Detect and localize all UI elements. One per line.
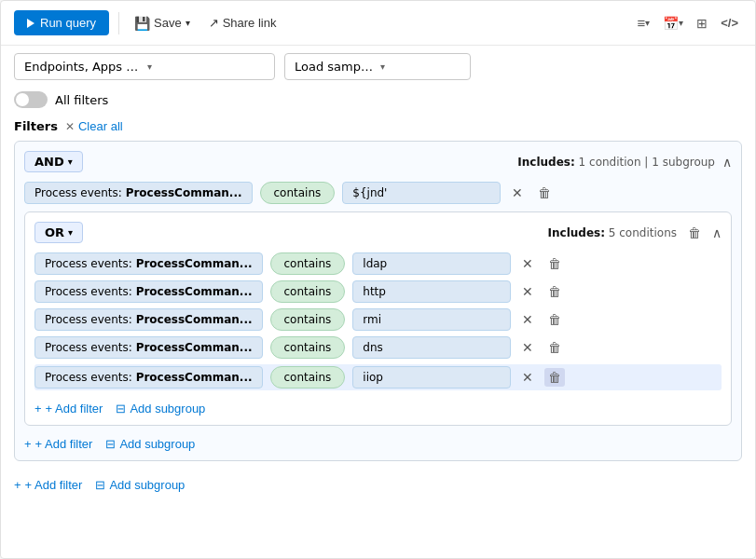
sample-dropdown[interactable]: Load sample queries ▾ <box>284 53 471 80</box>
or-condition-row-2: Process events: ProcessComman... contain… <box>34 308 722 331</box>
and-group-collapse-button[interactable]: ∧ <box>722 155 732 170</box>
calendar-icon: 📅 <box>663 16 679 31</box>
and-badge[interactable]: AND ▾ <box>24 151 83 172</box>
trash-icon-1: 🗑 <box>548 284 561 299</box>
or-condition-delete-1[interactable]: 🗑 <box>544 282 565 301</box>
clear-all-button[interactable]: ✕ Clear all <box>65 119 123 133</box>
or-badge[interactable]: OR ▾ <box>34 222 83 243</box>
or-condition-clear-0[interactable]: ✕ <box>518 254 537 273</box>
filters-body: AND ▾ Includes: 1 condition | 1 subgroup… <box>1 141 755 470</box>
and-label: AND <box>34 155 64 169</box>
or-add-subgroup-label: Add subgroup <box>130 402 205 416</box>
outer-add-subgroup-label: Add subgroup <box>109 478 185 492</box>
and-group-info: Includes: 1 condition | 1 subgroup <box>517 156 715 169</box>
or-condition-clear-2[interactable]: ✕ <box>518 310 537 329</box>
outer-add-filter-label: + Add filter <box>25 478 83 492</box>
and-add-subgroup-button[interactable]: ⊟ Add subgroup <box>105 437 195 451</box>
and-add-subgroup-label: Add subgroup <box>119 437 195 451</box>
or-value-pill-1[interactable]: http <box>352 280 511 303</box>
save-label: Save <box>154 16 182 30</box>
or-add-subgroup-button[interactable]: ⊟ Add subgroup <box>116 402 205 416</box>
or-add-filter-button[interactable]: + + Add filter <box>34 402 103 416</box>
share-icon: ↗ <box>209 16 219 30</box>
toolbar: Run query 💾 Save ▾ ↗ Share link ≡ ▾ 📅 ▾ … <box>1 1 755 46</box>
or-value-pill-2[interactable]: rmi <box>352 308 511 331</box>
share-label: Share link <box>223 16 277 30</box>
or-field-pill-1: Process events: ProcessComman... <box>34 280 263 303</box>
save-button[interactable]: 💾 Save ▾ <box>129 12 196 34</box>
trash-icon-2: 🗑 <box>548 312 561 327</box>
source-chevron-icon: ▾ <box>147 61 265 72</box>
toolbar-divider-1 <box>118 12 119 34</box>
toggle-row: All filters <box>1 88 755 114</box>
code-icon: </> <box>721 16 738 30</box>
or-group-label-row: OR ▾ <box>34 222 83 243</box>
and-condition-clear-button[interactable]: ✕ <box>508 184 527 202</box>
outer-add-subgroup-icon: ⊟ <box>95 478 105 492</box>
and-condition-delete-button[interactable]: 🗑 <box>534 184 555 202</box>
main-container: Run query 💾 Save ▾ ↗ Share link ≡ ▾ 📅 ▾ … <box>0 0 756 559</box>
outer-add-row: + + Add filter ⊟ Add subgroup <box>1 470 755 501</box>
and-chevron-icon: ▾ <box>68 157 73 167</box>
or-condition-clear-1[interactable]: ✕ <box>518 282 537 301</box>
or-add-row: + + Add filter ⊟ Add subgroup <box>34 398 722 416</box>
or-group: OR ▾ Includes: 5 conditions 🗑 <box>24 211 732 426</box>
or-condition-clear-4[interactable]: ✕ <box>518 368 537 387</box>
or-chevron-icon: ▾ <box>68 227 73 238</box>
and-value-pill[interactable]: ${jnd' <box>342 182 501 204</box>
dropdown-row: Endpoints, Apps and identities - Activit… <box>1 46 755 88</box>
or-group-collapse-button[interactable]: ∧ <box>712 225 722 240</box>
or-condition-delete-0[interactable]: 🗑 <box>544 254 565 273</box>
source-dropdown[interactable]: Endpoints, Apps and identities - Activit… <box>14 53 275 80</box>
toggle-thumb <box>16 93 29 106</box>
and-field-pill: Process events: ProcessComman... <box>24 182 253 204</box>
cal-chevron-icon: ▾ <box>679 18 683 28</box>
calendar-button[interactable]: 📅 ▾ <box>659 12 687 34</box>
or-field-pill-3: Process events: ProcessComman... <box>34 336 263 359</box>
or-condition-row-4: Process events: ProcessComman... contain… <box>34 364 722 390</box>
or-op-pill-0: contains <box>270 252 346 275</box>
or-group-delete-button[interactable]: 🗑 <box>684 224 705 242</box>
or-field-pill-2: Process events: ProcessComman... <box>34 308 263 331</box>
and-collapse-icon: ∧ <box>722 155 732 170</box>
or-condition-row-3: Process events: ProcessComman... contain… <box>34 336 722 359</box>
share-button[interactable]: ↗ Share link <box>203 12 282 34</box>
or-field-pill-0: Process events: ProcessComman... <box>34 252 263 275</box>
and-group-label-row: AND ▾ <box>24 151 83 172</box>
or-trash-icon: 🗑 <box>688 225 701 240</box>
or-op-pill-2: contains <box>270 308 346 331</box>
and-add-filter-button[interactable]: + + Add filter <box>24 437 92 451</box>
and-op-text: contains <box>274 186 322 199</box>
or-conditions-list: Process events: ProcessComman... contain… <box>34 252 722 390</box>
all-filters-label: All filters <box>55 93 108 107</box>
list-icon: ≡ <box>637 15 645 31</box>
or-op-pill-1: contains <box>270 280 346 303</box>
list-view-button[interactable]: ≡ ▾ <box>633 11 653 34</box>
or-value-pill-4[interactable]: iiop <box>352 366 511 389</box>
outer-add-filter-button[interactable]: + + Add filter <box>14 478 82 492</box>
or-condition-delete-2[interactable]: 🗑 <box>544 310 565 329</box>
or-value-pill-0[interactable]: ldap <box>352 252 511 275</box>
or-label: OR <box>45 225 64 239</box>
and-add-filter-icon: + <box>24 437 32 451</box>
clear-x-icon: ✕ <box>65 120 75 133</box>
or-condition-delete-3[interactable]: 🗑 <box>544 338 565 357</box>
or-collapse-icon: ∧ <box>712 225 722 240</box>
and-group: AND ▾ Includes: 1 condition | 1 subgroup… <box>14 141 742 461</box>
or-group-info-text: Includes: 5 conditions <box>548 226 677 239</box>
or-condition-clear-3[interactable]: ✕ <box>518 338 537 357</box>
run-query-button[interactable]: Run query <box>14 10 109 35</box>
and-add-subgroup-icon: ⊟ <box>105 437 116 451</box>
all-filters-toggle[interactable] <box>14 91 48 108</box>
source-dropdown-value: Endpoints, Apps and identities - Activit… <box>24 60 142 74</box>
or-group-info: Includes: 5 conditions <box>548 226 677 239</box>
or-condition-row-0: Process events: ProcessComman... contain… <box>34 252 722 275</box>
or-add-filter-icon: + <box>34 402 42 416</box>
outer-add-subgroup-button[interactable]: ⊟ Add subgroup <box>95 478 185 492</box>
code-button[interactable]: </> <box>717 12 742 34</box>
grid-button[interactable]: ⊞ <box>693 12 711 34</box>
or-value-pill-3[interactable]: dns <box>352 336 511 359</box>
play-icon <box>27 19 34 28</box>
filters-label: Filters <box>14 119 58 133</box>
or-condition-delete-4[interactable]: 🗑 <box>544 368 565 387</box>
